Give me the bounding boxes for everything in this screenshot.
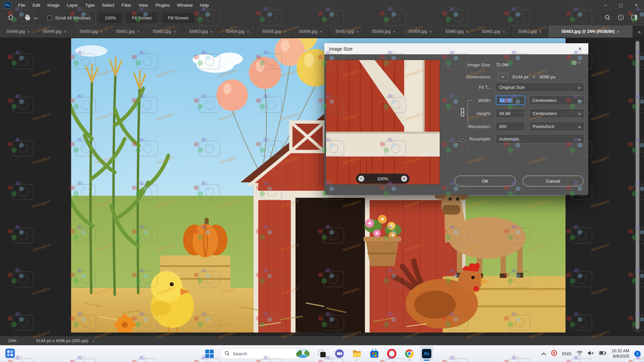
tab-item[interactable]: 55448.jpg× xyxy=(0,25,37,38)
tab-close-icon[interactable]: × xyxy=(466,29,469,34)
tab-item[interactable]: 55452.jpg× xyxy=(146,25,183,38)
menu-item-file[interactable]: File xyxy=(14,3,29,8)
menu-item-window[interactable]: Window xyxy=(173,3,196,8)
height-input[interactable]: 34.68 xyxy=(496,109,525,118)
dimensions-unit-dropdown[interactable] xyxy=(498,73,508,81)
taskbar-search[interactable]: Search xyxy=(220,348,311,359)
status-zoom-level[interactable]: 24% xyxy=(0,339,29,343)
ok-button[interactable]: OK xyxy=(454,176,516,186)
tab-close-icon[interactable]: × xyxy=(210,29,213,34)
file-explorer-icon[interactable] xyxy=(350,346,364,361)
height-unit-dropdown[interactable]: Centimeters xyxy=(529,109,585,118)
fit-screen-button[interactable]: Fit Screen xyxy=(126,13,157,23)
tab-item[interactable]: 55455.jpg× xyxy=(256,25,292,38)
tab-close-icon[interactable]: × xyxy=(100,29,103,34)
tab-close-icon[interactable]: × xyxy=(173,29,176,34)
tab-close-icon[interactable]: × xyxy=(64,29,66,34)
resample-checkbox[interactable]: ✓ xyxy=(460,136,465,141)
home-icon[interactable] xyxy=(7,14,14,21)
fit-to-dropdown[interactable]: Original Size xyxy=(496,82,584,92)
tab-close-icon[interactable]: × xyxy=(137,29,140,34)
microsoft-store-icon[interactable] xyxy=(368,346,381,361)
menu-item-image[interactable]: Image xyxy=(44,3,63,8)
chrome-icon[interactable] xyxy=(402,346,416,361)
tab-close-icon[interactable]: × xyxy=(283,29,286,34)
tab-item[interactable]: 55462.jpg× xyxy=(512,25,548,38)
tab-item[interactable]: 55460.jpg× xyxy=(439,25,475,38)
menu-item-select[interactable]: Select xyxy=(98,3,118,8)
tab-close-icon[interactable]: × xyxy=(502,29,505,34)
zoom-100-button[interactable]: 100% xyxy=(99,13,121,23)
tab-close-icon[interactable]: × xyxy=(617,29,620,34)
zoom-out-icon[interactable]: − xyxy=(358,176,364,182)
tab-close-icon[interactable]: × xyxy=(320,29,322,34)
hand-tool-icon[interactable] xyxy=(24,14,31,22)
zoom-in-icon[interactable]: + xyxy=(401,176,407,182)
widgets-icon[interactable] xyxy=(5,349,15,359)
tab-item[interactable]: 55457.jpg× xyxy=(329,25,366,38)
opera-icon[interactable] xyxy=(385,346,398,361)
resample-dropdown[interactable]: Automatic xyxy=(496,134,584,143)
menu-item-layer[interactable]: Layer xyxy=(63,3,82,8)
link-dimensions-icon[interactable] xyxy=(460,108,465,118)
resolution-unit-dropdown[interactable]: Pixels/Inch xyxy=(529,122,585,131)
tab-item[interactable]: 55453.jpg× xyxy=(183,25,219,38)
vertical-scrollbar[interactable] xyxy=(635,40,640,333)
scrollbar-thumb[interactable] xyxy=(636,41,639,329)
taskbar-clock[interactable]: 10:32 AM 8/8/2025 xyxy=(611,348,629,359)
tab-item[interactable]: 55449.jpg× xyxy=(37,25,73,38)
start-button[interactable] xyxy=(203,346,216,361)
minimize-button[interactable]: ─ xyxy=(598,0,613,10)
menu-item-filter[interactable]: Filter xyxy=(118,3,135,8)
dialog-body: − 100% + Image Size: 72.0M Dimensions: xyxy=(324,54,588,195)
tab-close-icon[interactable]: × xyxy=(27,29,30,34)
width-input[interactable]: 52.02 xyxy=(496,96,525,105)
dialog-close-icon[interactable]: × xyxy=(576,46,584,52)
volume-muted-icon[interactable] xyxy=(588,351,594,357)
tab-close-icon[interactable]: × xyxy=(247,29,249,34)
teams-icon[interactable] xyxy=(333,346,346,361)
language-indicator[interactable]: ENG xyxy=(562,351,572,356)
dialog-title-bar[interactable]: Image Size × xyxy=(324,43,588,54)
search-highlight-image[interactable] xyxy=(296,349,310,358)
height-value: 34.68 xyxy=(499,111,511,116)
workspace-panels-icon[interactable] xyxy=(631,15,637,21)
scroll-all-windows-checkbox[interactable] xyxy=(47,15,52,20)
resolution-input[interactable]: 300 xyxy=(496,122,525,131)
chevron-down-icon[interactable] xyxy=(34,15,38,20)
tab-active[interactable]: 55463.jpg @ 24% (RGB/8#) × xyxy=(548,25,633,38)
close-window-button[interactable]: ✕ xyxy=(629,0,644,10)
width-unit-dropdown[interactable]: Centimeters xyxy=(529,96,584,105)
menu-item-help[interactable]: Help xyxy=(196,3,213,8)
menu-item-view[interactable]: View xyxy=(135,3,152,8)
tray-app-icon[interactable] xyxy=(551,350,557,357)
tab-item[interactable]: 55461.jpg× xyxy=(475,25,512,38)
tab-item[interactable]: 55459.jpg× xyxy=(402,25,439,38)
notification-badge[interactable]: 2 xyxy=(634,351,641,357)
maximize-button[interactable]: ▢ xyxy=(613,0,629,10)
menu-item-plugins[interactable]: Plugins xyxy=(152,3,173,8)
tab-item[interactable]: 55454.jpg× xyxy=(219,25,256,38)
search-icon[interactable] xyxy=(604,14,610,21)
battery-charging-icon[interactable] xyxy=(599,351,606,357)
tab-overflow-icon[interactable]: » xyxy=(634,25,644,38)
status-chevron-icon[interactable]: › xyxy=(93,339,94,344)
cancel-button[interactable]: Cancel xyxy=(523,176,584,186)
tab-close-icon[interactable]: × xyxy=(393,29,395,34)
tab-close-icon[interactable]: × xyxy=(539,29,542,34)
menu-item-type[interactable]: Type xyxy=(82,3,98,8)
wifi-icon[interactable] xyxy=(577,351,583,357)
help-icon[interactable]: ? xyxy=(618,14,624,21)
fill-screen-button[interactable]: Fill Screen xyxy=(162,13,194,23)
task-view-icon[interactable] xyxy=(315,346,329,361)
photoshop-taskbar-icon[interactable]: Ps xyxy=(420,346,433,361)
tab-item[interactable]: 55451.jpg× xyxy=(110,25,146,38)
tab-item[interactable]: 55456.jpg× xyxy=(292,25,329,38)
menu-item-edit[interactable]: Edit xyxy=(29,3,44,8)
tray-chevron-up-icon[interactable] xyxy=(541,351,546,357)
tab-close-icon[interactable]: × xyxy=(429,29,432,34)
tab-item[interactable]: 55458.jpg× xyxy=(366,25,402,38)
tab-item[interactable]: 55450.jpg× xyxy=(73,25,110,38)
tab-close-icon[interactable]: × xyxy=(356,29,359,34)
image-size-label: Image Size: xyxy=(324,62,494,67)
